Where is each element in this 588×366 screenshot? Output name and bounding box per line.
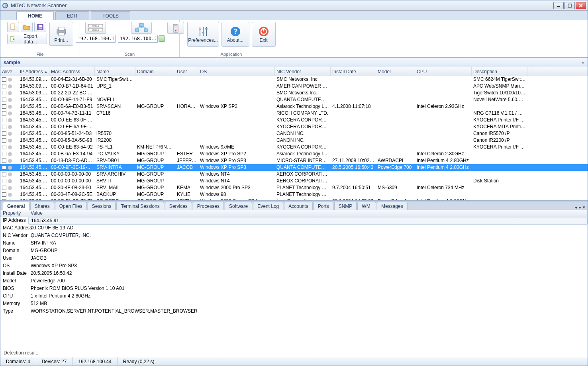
row-checkbox[interactable] <box>2 159 6 163</box>
tab-menu-icon[interactable]: ▾ <box>583 205 585 210</box>
close-button[interactable] <box>576 2 586 9</box>
row-checkbox[interactable] <box>2 98 6 102</box>
grid-body[interactable]: 164.53.09.7900-04-E2-31-6B-20SMC TigerSw… <box>0 76 588 200</box>
ip-range-icon-button[interactable]: 000.x.x255.x.x <box>85 22 106 34</box>
row-checkbox[interactable] <box>2 104 6 109</box>
expand-icon[interactable]: » <box>582 60 584 65</box>
col-install[interactable]: Install Date <box>331 67 376 76</box>
row-checkbox[interactable] <box>2 138 6 143</box>
col-os[interactable]: OS <box>198 67 275 76</box>
prop-col-val[interactable]: Value <box>28 210 588 217</box>
row-checkbox[interactable] <box>2 91 6 95</box>
row-checkbox[interactable] <box>2 131 6 136</box>
table-row[interactable]: 164.53.45.1000-C0-9F-14-71-F9NOVELLQUANT… <box>0 96 588 103</box>
table-row[interactable]: 164.53.63.1300-0C-F1-9D-73-70PC-OGRECD-G… <box>0 198 588 200</box>
new-button[interactable] <box>7 22 19 32</box>
col-desc[interactable]: Description <box>472 67 527 76</box>
preferences-button[interactable]: Preferences... <box>187 22 219 47</box>
row-checkbox[interactable] <box>2 118 6 122</box>
row-checkbox[interactable] <box>2 186 6 190</box>
col-name[interactable]: Name <box>95 67 135 76</box>
ip-end-input[interactable] <box>118 35 158 43</box>
tab-wmi[interactable]: WMI <box>357 202 376 210</box>
tab-ports[interactable]: Ports <box>314 202 333 210</box>
table-row[interactable]: 164.53.45.9200-00-00-00-00-00SRV-ARCHIVM… <box>0 171 588 178</box>
col-ip[interactable]: IP Address▲ <box>18 67 49 76</box>
open-button[interactable] <box>21 22 33 32</box>
table-row[interactable]: 164.53.45.9300-00-00-00-00-00SRV-ITMG-GR… <box>0 178 588 184</box>
property-row[interactable]: CPU1 x Intel Pentium 4 2.80GHz <box>0 293 588 300</box>
col-mac[interactable]: MAC Address <box>49 67 95 76</box>
row-checkbox[interactable] <box>2 199 6 200</box>
row-checkbox[interactable] <box>2 84 6 88</box>
row-checkbox[interactable] <box>2 77 6 82</box>
row-checkbox[interactable] <box>2 192 6 197</box>
tab-tools[interactable]: TOOLS <box>91 11 130 20</box>
row-checkbox[interactable] <box>2 165 6 170</box>
row-checkbox[interactable] <box>2 172 6 176</box>
print-button[interactable]: Print... <box>49 22 73 46</box>
tab-next-icon[interactable]: ▸ <box>579 205 581 210</box>
tab-general[interactable]: General <box>3 202 29 210</box>
tab-home[interactable]: HOME <box>16 11 54 20</box>
col-vendor[interactable]: NIC Vendor <box>275 67 331 76</box>
col-cpu[interactable]: CPU <box>415 67 472 76</box>
table-row[interactable]: 164.53.45.1800-0B-6A-E0-B3-51SRV-SCANMG-… <box>0 103 588 110</box>
property-row[interactable]: IP Address164.53.45.91 <box>0 217 588 225</box>
tab-services[interactable]: Services <box>165 202 192 210</box>
tab-accounts[interactable]: Accounts <box>284 202 312 210</box>
col-model[interactable]: Model <box>376 67 415 76</box>
table-row[interactable]: 164.53.09.21000-22-2D-22-BC-B6SMC Networ… <box>0 90 588 96</box>
tab-open-files[interactable]: Open Files <box>55 202 87 210</box>
property-row[interactable]: BIOSPhoenix ROM BIOS PLUS Version 1.10 A… <box>0 285 588 293</box>
table-row[interactable]: 164.53.45.2000-00-74-7B-11-11C7116RICOH … <box>0 110 588 117</box>
tab-edit[interactable]: EDIT <box>55 11 89 20</box>
about-button[interactable]: ? About... <box>221 22 249 47</box>
property-row[interactable]: DomainMG-GROUP <box>0 247 588 255</box>
row-checkbox[interactable] <box>2 145 6 149</box>
tab-processes[interactable]: Processes <box>193 202 224 210</box>
tab-messages[interactable]: Messages <box>377 202 408 210</box>
minimize-button[interactable] <box>553 2 564 9</box>
property-row[interactable]: ModelPowerEdge 700 <box>0 278 588 285</box>
property-row[interactable]: NameSRV-INTRA <box>0 240 588 247</box>
tab-prev-icon[interactable]: ◂ <box>575 205 577 210</box>
property-row[interactable]: UserJACOB <box>0 255 588 262</box>
save-button[interactable] <box>34 22 46 32</box>
col-domain[interactable]: Domain <box>135 67 175 76</box>
ip-list-icon[interactable] <box>159 35 165 42</box>
property-list[interactable]: IP Address164.53.45.91MAC Address00-C0-9… <box>0 217 588 349</box>
table-row[interactable]: 164.53.45.3000-00-85-51-24-D3iR5570CANON… <box>0 130 588 137</box>
table-row[interactable]: 164.53.45.24100-30-4F-08-2C-5EBACKUPMG-G… <box>0 191 588 198</box>
tab-sessions[interactable]: Sessions <box>88 202 116 210</box>
tab-event-log[interactable]: Event Log <box>253 202 283 210</box>
table-row[interactable]: 164.53.09.20500-C0-B7-2D-64-01UPS_1AMERI… <box>0 83 588 90</box>
col-alive[interactable]: Alive <box>0 67 18 76</box>
property-row[interactable]: TypeWORKSTATION,SERVER,NT,POTENTIAL_BROW… <box>0 308 588 315</box>
tab-shares[interactable]: Shares <box>30 202 54 210</box>
exit-button[interactable]: Exit <box>252 22 276 47</box>
table-row[interactable]: 164.53.45.3200-C0-EE-63-54-92PS-FL1KM-NE… <box>0 144 588 151</box>
table-row[interactable]: 164.53.45.3100-00-85-3A-5C-98iR2200CANON… <box>0 137 588 144</box>
table-row[interactable]: 164.53.45.9100-C0-9F-3E-19-ADSRV-INTRAMG… <box>0 164 588 171</box>
row-checkbox[interactable] <box>2 152 6 156</box>
tab-software[interactable]: Software <box>225 202 252 210</box>
scan-network-button[interactable] <box>131 22 152 34</box>
property-row[interactable]: NIC VendorQUANTA COMPUTER, INC. <box>0 232 588 240</box>
table-row[interactable]: 164.53.45.9000-13-D3-EC-AD-DBSRV-DB01MG-… <box>0 157 588 164</box>
ip-start-input[interactable] <box>76 35 116 43</box>
property-row[interactable]: Install Date20.5.2005 16:50:42 <box>0 270 588 278</box>
property-row[interactable]: MAC Address00-C0-9F-3E-19-AD <box>0 225 588 232</box>
export-data-button[interactable]: Export data... <box>7 34 47 44</box>
table-row[interactable]: 164.53.45.9900-30-4F-08-23-50SRV_MAILMG-… <box>0 184 588 191</box>
table-row[interactable]: 164.53.09.7900-04-E2-31-6B-20SMC TigerSw… <box>0 76 588 83</box>
prop-col-key[interactable]: Property <box>0 210 28 217</box>
col-user[interactable]: User <box>175 67 198 76</box>
property-row[interactable]: OSWindows XP Pro SP3 <box>0 262 588 270</box>
row-checkbox[interactable] <box>2 125 6 129</box>
table-row[interactable]: 164.53.45.2800-C0-EE-63-0F-DEKYOCERA COR… <box>0 117 588 123</box>
tab-snmp[interactable]: SNMP <box>334 202 357 210</box>
property-row[interactable]: Memory512 MB <box>0 300 588 308</box>
maximize-button[interactable] <box>564 2 575 9</box>
table-row[interactable]: 164.53.45.2900-C0-EE-6A-9F-CCKYOCERA COR… <box>0 123 588 130</box>
